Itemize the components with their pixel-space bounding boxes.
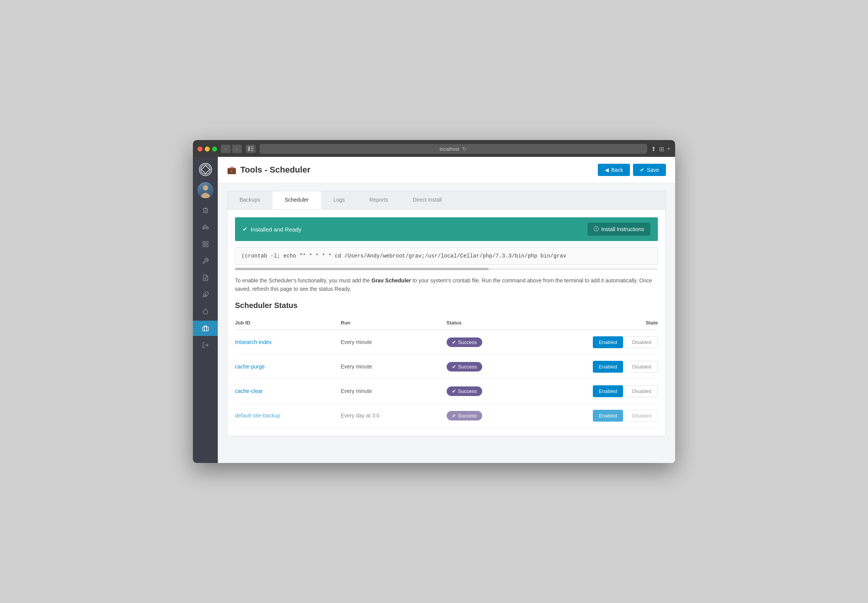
command-scroll-thumb <box>235 268 489 270</box>
badge-check-icon-3: ✔ <box>452 388 456 394</box>
success-badge-3: ✔ Success <box>447 386 482 396</box>
command-box[interactable]: (crontab -l; echo "* * * * * cd /Users/A… <box>235 247 658 265</box>
page-title-icon: 💼 <box>227 165 237 174</box>
enabled-button-default-backup[interactable]: Enabled <box>593 410 623 422</box>
browser-window: ‹ › localhost ↻ ⬆ ⊞ + <box>193 140 675 463</box>
svg-rect-2 <box>251 148 253 149</box>
svg-rect-9 <box>206 245 208 247</box>
col-job-id: Job ID <box>235 320 341 326</box>
status-cache-clear: ✔ Success <box>447 386 552 396</box>
run-cache-clear: Every minute <box>341 388 446 394</box>
sidebar-toggle-button[interactable] <box>246 145 256 153</box>
tabs: Backups Scheduler Logs Reports Direct in <box>227 191 666 210</box>
status-table: Job ID Run Status State tntsearch-index … <box>235 316 658 428</box>
state-tntsearch: Enabled Disabled <box>552 336 658 348</box>
avatar[interactable] <box>197 182 214 198</box>
status-check-icon: ✔ <box>243 226 248 233</box>
enabled-button-cache-clear[interactable]: Enabled <box>593 385 623 397</box>
logo <box>196 160 215 179</box>
disabled-button-cache-purge[interactable]: Disabled <box>625 361 658 373</box>
browser-actions: ⬆ ⊞ + <box>651 145 671 153</box>
job-id-cache-clear[interactable]: cache-clear <box>235 388 341 394</box>
check-icon: ✔ <box>640 167 644 173</box>
app-layout: 💼 Tools - Scheduler ◀ Back ✔ Save <box>193 157 675 463</box>
status-default-backup: ✔ Success <box>447 411 552 420</box>
svg-rect-0 <box>248 147 250 151</box>
table-row: cache-clear Every minute ✔ Success En <box>235 379 658 404</box>
minimize-button[interactable] <box>205 147 210 152</box>
state-cache-clear: Enabled Disabled <box>552 385 658 397</box>
add-tab-button[interactable]: + <box>667 145 671 153</box>
forward-nav-button[interactable]: › <box>232 145 242 153</box>
enabled-button-cache-purge[interactable]: Enabled <box>593 361 623 373</box>
badge-check-icon: ✔ <box>452 339 456 345</box>
svg-rect-7 <box>206 241 208 243</box>
page-title-area: 💼 Tools - Scheduler <box>227 165 310 175</box>
run-cache-purge: Every minute <box>341 363 446 370</box>
url-text: localhost <box>440 146 459 152</box>
section-title: Scheduler Status <box>235 301 658 310</box>
sidebar-nav <box>193 203 218 463</box>
tab-direct-install[interactable]: Direct install <box>400 191 454 209</box>
save-button[interactable]: ✔ Save <box>633 164 666 176</box>
sidebar-item-grid[interactable] <box>193 236 218 252</box>
badge-check-icon-4: ✔ <box>452 413 456 419</box>
sidebar-item-binoculars[interactable] <box>193 220 218 235</box>
col-status: Status <box>447 320 552 326</box>
address-bar[interactable]: localhost ↻ <box>259 144 647 154</box>
status-text: ✔ Installed and Ready <box>243 226 302 233</box>
back-nav-button[interactable]: ‹ <box>221 145 231 153</box>
enabled-button-tntsearch[interactable]: Enabled <box>593 336 623 348</box>
job-id-cache-purge[interactable]: cache-purge <box>235 363 341 370</box>
nav-buttons: ‹ › <box>221 145 242 153</box>
tab-backups[interactable]: Backups <box>227 191 272 209</box>
sidebar-item-trash[interactable] <box>193 203 218 218</box>
browser-chrome: ‹ › localhost ↻ ⬆ ⊞ + <box>193 140 675 157</box>
svg-rect-1 <box>251 147 253 147</box>
job-id-default-backup[interactable]: default-site-backup <box>235 412 341 419</box>
col-state: State <box>552 320 658 326</box>
disabled-button-tntsearch[interactable]: Disabled <box>625 336 658 348</box>
svg-rect-3 <box>251 150 253 151</box>
command-scrollbar[interactable] <box>235 268 658 270</box>
close-button[interactable] <box>197 147 202 152</box>
job-id-tntsearch[interactable]: tntsearch-index <box>235 339 341 345</box>
sidebar-item-file[interactable] <box>193 270 218 285</box>
svg-rect-8 <box>203 245 205 247</box>
maximize-button[interactable] <box>212 147 217 152</box>
scheduler-status-section: Scheduler Status Job ID Run Status State… <box>227 301 666 436</box>
disabled-button-cache-clear[interactable]: Disabled <box>625 385 658 397</box>
state-cache-purge: Enabled Disabled <box>552 361 658 373</box>
reload-icon[interactable]: ↻ <box>462 146 467 152</box>
tab-logs[interactable]: Logs <box>321 191 357 209</box>
logo-icon <box>199 163 212 176</box>
col-run: Run <box>341 320 446 326</box>
tab-reports[interactable]: Reports <box>357 191 400 209</box>
sidebar-item-tools[interactable] <box>193 321 218 336</box>
success-badge: ✔ Success <box>447 337 482 347</box>
sidebar-item-drop[interactable] <box>193 304 218 319</box>
back-button[interactable]: ◀ Back <box>598 164 630 176</box>
sidebar-item-logout[interactable] <box>193 337 218 353</box>
status-tntsearch: ✔ Success <box>447 337 552 347</box>
page-title: Tools - Scheduler <box>240 165 310 175</box>
share-button[interactable]: ⬆ <box>651 145 656 153</box>
svg-rect-6 <box>203 241 205 243</box>
success-badge-4: ✔ Success <box>447 411 482 420</box>
back-icon: ◀ <box>605 167 609 173</box>
install-instructions-button[interactable]: ⓘ Install Instructions <box>587 223 650 236</box>
tab-scheduler[interactable]: Scheduler <box>272 191 321 209</box>
state-default-backup: Enabled Disabled <box>552 410 658 422</box>
disabled-button-default-backup[interactable]: Disabled <box>625 410 658 422</box>
sidebar <box>193 157 218 463</box>
sidebar-item-wrench[interactable] <box>193 253 218 269</box>
content-card: Backups Scheduler Logs Reports Direct in <box>227 191 666 436</box>
info-icon: ⓘ <box>594 226 599 233</box>
traffic-lights <box>197 147 217 152</box>
sidebar-item-plugin[interactable] <box>193 287 218 302</box>
table-header: Job ID Run Status State <box>235 316 658 330</box>
top-header: 💼 Tools - Scheduler ◀ Back ✔ Save <box>218 157 675 183</box>
run-tntsearch: Every minute <box>341 339 446 345</box>
new-tab-button[interactable]: ⊞ <box>659 145 664 153</box>
header-actions: ◀ Back ✔ Save <box>598 164 666 176</box>
